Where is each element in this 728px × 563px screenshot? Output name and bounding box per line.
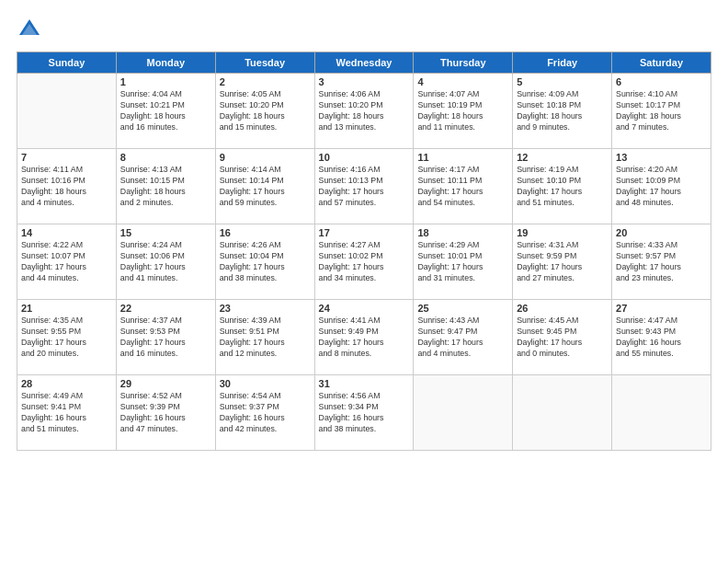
logo-icon [17,17,42,42]
header [17,17,711,42]
cell-info: Sunrise: 4:19 AM Sunset: 10:10 PM Daylig… [517,165,608,209]
calendar-cell: 24Sunrise: 4:41 AM Sunset: 9:49 PM Dayli… [314,300,414,375]
calendar-cell [612,375,711,451]
cell-info: Sunrise: 4:45 AM Sunset: 9:45 PM Dayligh… [517,316,608,360]
day-header-friday: Friday [513,52,612,74]
date-number: 27 [616,303,707,314]
calendar-cell: 30Sunrise: 4:54 AM Sunset: 9:37 PM Dayli… [215,375,314,451]
date-number: 5 [517,76,608,87]
date-number: 28 [21,378,112,389]
calendar-cell: 20Sunrise: 4:33 AM Sunset: 9:57 PM Dayli… [612,224,711,300]
cell-info: Sunrise: 4:56 AM Sunset: 9:34 PM Dayligh… [319,391,410,435]
calendar-cell: 6Sunrise: 4:10 AM Sunset: 10:17 PM Dayli… [612,74,711,149]
cell-info: Sunrise: 4:24 AM Sunset: 10:06 PM Daylig… [120,240,211,284]
calendar-cell: 11Sunrise: 4:17 AM Sunset: 10:11 PM Dayl… [414,149,513,224]
date-number: 4 [417,76,508,87]
date-number: 20 [616,227,707,238]
cell-info: Sunrise: 4:20 AM Sunset: 10:09 PM Daylig… [616,165,707,209]
date-number: 19 [517,227,608,238]
calendar-cell: 31Sunrise: 4:56 AM Sunset: 9:34 PM Dayli… [314,375,414,451]
cell-info: Sunrise: 4:13 AM Sunset: 10:15 PM Daylig… [120,165,211,209]
calendar-cell: 23Sunrise: 4:39 AM Sunset: 9:51 PM Dayli… [215,300,314,375]
calendar-cell: 9Sunrise: 4:14 AM Sunset: 10:14 PM Dayli… [215,149,314,224]
date-number: 29 [120,378,211,389]
date-number: 15 [120,227,211,238]
calendar-cell: 5Sunrise: 4:09 AM Sunset: 10:18 PM Dayli… [513,74,612,149]
cell-info: Sunrise: 4:05 AM Sunset: 10:20 PM Daylig… [220,89,311,133]
day-header-wednesday: Wednesday [314,52,414,74]
calendar-cell: 16Sunrise: 4:26 AM Sunset: 10:04 PM Dayl… [215,224,314,300]
date-number: 30 [220,378,311,389]
date-number: 16 [220,227,311,238]
day-header-thursday: Thursday [414,52,513,74]
calendar-cell: 2Sunrise: 4:05 AM Sunset: 10:20 PM Dayli… [215,74,314,149]
calendar-cell: 15Sunrise: 4:24 AM Sunset: 10:06 PM Dayl… [116,224,215,300]
calendar-cell: 21Sunrise: 4:35 AM Sunset: 9:55 PM Dayli… [17,300,117,375]
cell-info: Sunrise: 4:35 AM Sunset: 9:55 PM Dayligh… [21,316,112,360]
cell-info: Sunrise: 4:49 AM Sunset: 9:41 PM Dayligh… [21,391,112,435]
cell-info: Sunrise: 4:09 AM Sunset: 10:18 PM Daylig… [517,89,608,133]
cell-info: Sunrise: 4:26 AM Sunset: 10:04 PM Daylig… [220,240,311,284]
cell-info: Sunrise: 4:39 AM Sunset: 9:51 PM Dayligh… [220,316,311,360]
cell-info: Sunrise: 4:11 AM Sunset: 10:16 PM Daylig… [21,165,112,209]
calendar-cell: 19Sunrise: 4:31 AM Sunset: 9:59 PM Dayli… [513,224,612,300]
cell-info: Sunrise: 4:16 AM Sunset: 10:13 PM Daylig… [319,165,410,209]
calendar-cell: 22Sunrise: 4:37 AM Sunset: 9:53 PM Dayli… [116,300,215,375]
cell-info: Sunrise: 4:37 AM Sunset: 9:53 PM Dayligh… [120,316,211,360]
date-number: 13 [616,152,707,163]
calendar-cell: 13Sunrise: 4:20 AM Sunset: 10:09 PM Dayl… [612,149,711,224]
date-number: 3 [319,76,410,87]
header-row: SundayMondayTuesdayWednesdayThursdayFrid… [17,52,711,74]
calendar-cell [513,375,612,451]
date-number: 1 [120,76,211,87]
date-number: 31 [319,378,410,389]
day-header-tuesday: Tuesday [215,52,314,74]
calendar-cell [414,375,513,451]
calendar-cell: 25Sunrise: 4:43 AM Sunset: 9:47 PM Dayli… [414,300,513,375]
calendar-cell: 4Sunrise: 4:07 AM Sunset: 10:19 PM Dayli… [414,74,513,149]
day-header-sunday: Sunday [17,52,117,74]
date-number: 8 [120,152,211,163]
cell-info: Sunrise: 4:47 AM Sunset: 9:43 PM Dayligh… [616,316,707,360]
cell-info: Sunrise: 4:17 AM Sunset: 10:11 PM Daylig… [417,165,508,209]
cell-info: Sunrise: 4:04 AM Sunset: 10:21 PM Daylig… [120,89,211,133]
date-number: 18 [417,227,508,238]
week-row-4: 28Sunrise: 4:49 AM Sunset: 9:41 PM Dayli… [17,375,711,451]
calendar-cell: 7Sunrise: 4:11 AM Sunset: 10:16 PM Dayli… [17,149,117,224]
date-number: 7 [21,152,112,163]
date-number: 26 [517,303,608,314]
date-number: 9 [220,152,311,163]
calendar-cell: 18Sunrise: 4:29 AM Sunset: 10:01 PM Dayl… [414,224,513,300]
date-number: 2 [220,76,311,87]
cell-info: Sunrise: 4:54 AM Sunset: 9:37 PM Dayligh… [220,391,311,435]
cell-info: Sunrise: 4:06 AM Sunset: 10:20 PM Daylig… [319,89,410,133]
cell-info: Sunrise: 4:10 AM Sunset: 10:17 PM Daylig… [616,89,707,133]
cell-info: Sunrise: 4:31 AM Sunset: 9:59 PM Dayligh… [517,240,608,284]
calendar-cell: 28Sunrise: 4:49 AM Sunset: 9:41 PM Dayli… [17,375,117,451]
week-row-2: 14Sunrise: 4:22 AM Sunset: 10:07 PM Dayl… [17,224,711,300]
calendar-cell: 26Sunrise: 4:45 AM Sunset: 9:45 PM Dayli… [513,300,612,375]
cell-info: Sunrise: 4:27 AM Sunset: 10:02 PM Daylig… [319,240,410,284]
calendar-table: SundayMondayTuesdayWednesdayThursdayFrid… [17,52,711,451]
logo [17,17,46,42]
date-number: 12 [517,152,608,163]
calendar-cell: 10Sunrise: 4:16 AM Sunset: 10:13 PM Dayl… [314,149,414,224]
calendar-cell: 3Sunrise: 4:06 AM Sunset: 10:20 PM Dayli… [314,74,414,149]
date-number: 11 [417,152,508,163]
calendar-cell: 17Sunrise: 4:27 AM Sunset: 10:02 PM Dayl… [314,224,414,300]
date-number: 14 [21,227,112,238]
week-row-0: 1Sunrise: 4:04 AM Sunset: 10:21 PM Dayli… [17,74,711,149]
calendar-cell: 29Sunrise: 4:52 AM Sunset: 9:39 PM Dayli… [116,375,215,451]
calendar-cell: 14Sunrise: 4:22 AM Sunset: 10:07 PM Dayl… [17,224,117,300]
week-row-3: 21Sunrise: 4:35 AM Sunset: 9:55 PM Dayli… [17,300,711,375]
day-header-saturday: Saturday [612,52,711,74]
cell-info: Sunrise: 4:41 AM Sunset: 9:49 PM Dayligh… [319,316,410,360]
cell-info: Sunrise: 4:22 AM Sunset: 10:07 PM Daylig… [21,240,112,284]
cell-info: Sunrise: 4:29 AM Sunset: 10:01 PM Daylig… [417,240,508,284]
date-number: 25 [417,303,508,314]
date-number: 10 [319,152,410,163]
calendar-cell: 8Sunrise: 4:13 AM Sunset: 10:15 PM Dayli… [116,149,215,224]
calendar-cell: 27Sunrise: 4:47 AM Sunset: 9:43 PM Dayli… [612,300,711,375]
date-number: 17 [319,227,410,238]
week-row-1: 7Sunrise: 4:11 AM Sunset: 10:16 PM Dayli… [17,149,711,224]
